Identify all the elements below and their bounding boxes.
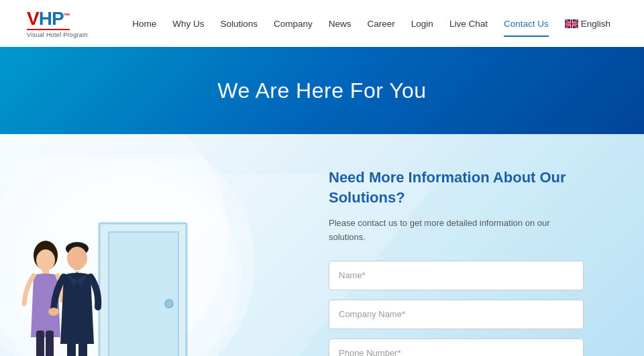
nav-company[interactable]: Company xyxy=(267,13,319,34)
logo-subtitle: Visual Hotel Program xyxy=(27,32,88,38)
section-desc: Please contact us to get more detailed i… xyxy=(329,217,577,245)
svg-rect-4 xyxy=(109,232,178,356)
logo-letters: VHP™ xyxy=(27,9,70,30)
svg-rect-10 xyxy=(46,331,54,356)
illustration-area xyxy=(0,156,295,356)
nav-live-chat[interactable]: Live Chat xyxy=(443,13,494,34)
right-content: Need More Information About Our Solution… xyxy=(329,134,644,356)
nav-solutions[interactable]: Solutions xyxy=(213,13,264,34)
nav-login[interactable]: Login xyxy=(405,13,440,34)
company-input[interactable] xyxy=(329,300,584,329)
svg-point-7 xyxy=(36,249,55,271)
svg-point-5 xyxy=(165,300,173,308)
nav-why-us[interactable]: Why Us xyxy=(166,13,211,34)
nav-language[interactable]: English xyxy=(558,13,617,34)
main-nav: Home Why Us Solutions Company News Caree… xyxy=(125,13,617,34)
header: VHP™ Visual Hotel Program Home Why Us So… xyxy=(0,0,644,47)
svg-point-14 xyxy=(48,308,59,316)
content-section: Need More Information About Our Solution… xyxy=(0,134,644,356)
svg-rect-15 xyxy=(67,337,76,356)
logo[interactable]: VHP™ Visual Hotel Program xyxy=(27,9,88,38)
name-input[interactable] xyxy=(329,261,584,290)
nav-news[interactable]: News xyxy=(322,13,358,34)
nav-contact-us[interactable]: Contact Us xyxy=(497,13,555,34)
nav-home[interactable]: Home xyxy=(125,13,163,34)
svg-rect-9 xyxy=(36,331,44,356)
nav-career[interactable]: Career xyxy=(361,13,402,34)
section-title: Need More Information About Our Solution… xyxy=(329,168,584,207)
hero-title: We Are Here For You xyxy=(217,78,426,103)
contact-illustration xyxy=(0,156,288,356)
flag-icon xyxy=(565,19,578,28)
language-label: English xyxy=(581,19,610,29)
hero-section: We Are Here For You xyxy=(0,47,644,134)
svg-point-12 xyxy=(67,247,87,270)
svg-rect-16 xyxy=(78,337,87,356)
phone-input[interactable] xyxy=(329,339,584,356)
